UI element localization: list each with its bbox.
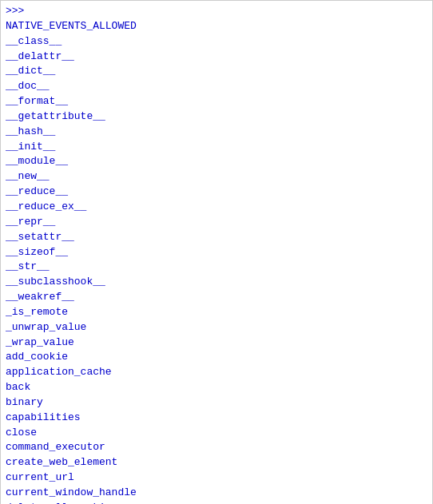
terminal-line: add_cookie (6, 350, 427, 365)
terminal-line: create_web_element (6, 455, 427, 470)
terminal-line: delete_all_cookies (6, 501, 427, 504)
terminal-line: __subclasshook__ (6, 275, 427, 290)
terminal-line: __dict__ (6, 64, 427, 79)
terminal-line: close (6, 426, 427, 441)
terminal-line: __module__ (6, 154, 427, 169)
terminal-line: __reduce__ (6, 185, 427, 200)
terminal-line: __doc__ (6, 79, 427, 94)
terminal-line: NATIVE_EVENTS_ALLOWED (6, 19, 427, 34)
terminal-line: back (6, 380, 427, 395)
terminal-line: __repr__ (6, 215, 427, 230)
terminal-line: __sizeof__ (6, 245, 427, 260)
terminal-line: __reduce_ex__ (6, 200, 427, 215)
terminal-line: __class__ (6, 34, 427, 50)
terminal-line: current_window_handle (6, 486, 427, 501)
terminal-output: >>>NATIVE_EVENTS_ALLOWED__class____delat… (0, 0, 433, 504)
terminal-line: __setattr__ (6, 230, 427, 245)
terminal-line: __format__ (6, 94, 427, 109)
terminal-line: __weakref__ (6, 290, 427, 305)
terminal-line: __delattr__ (6, 50, 427, 65)
terminal-line: __new__ (6, 169, 427, 185)
terminal-line: __init__ (6, 140, 427, 155)
terminal-line: binary (6, 395, 427, 411)
terminal-line: _is_remote (6, 305, 427, 320)
terminal-line: __str__ (6, 260, 427, 275)
terminal-line: >>> (6, 4, 427, 19)
terminal-line: __hash__ (6, 125, 427, 140)
terminal-line: capabilities (6, 411, 427, 426)
terminal-line: _wrap_value (6, 335, 427, 351)
terminal-line: application_cache (6, 365, 427, 380)
terminal-line: __getattribute__ (6, 109, 427, 125)
terminal-line: _unwrap_value (6, 320, 427, 335)
terminal-line: command_executor (6, 440, 427, 455)
terminal-line: current_url (6, 470, 427, 486)
